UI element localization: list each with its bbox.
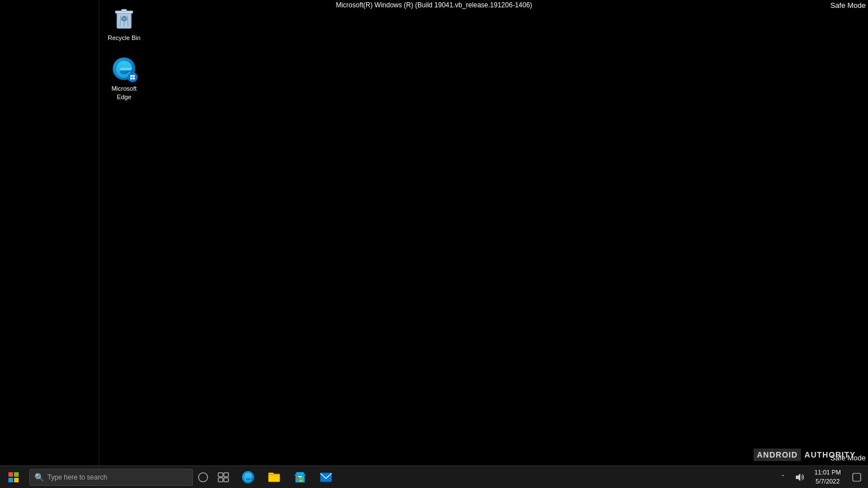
chevron-icon: ⌃ xyxy=(781,474,785,480)
search-input[interactable] xyxy=(47,473,188,481)
android-text: ANDROID xyxy=(754,449,801,461)
recycle-bin-icon[interactable]: ♻ Recycle Bin xyxy=(104,2,144,44)
svg-rect-19 xyxy=(218,478,223,482)
task-view-button[interactable] xyxy=(213,466,233,489)
svg-rect-27 xyxy=(299,477,302,480)
svg-text:♻: ♻ xyxy=(121,15,127,23)
windows-logo-icon xyxy=(8,472,19,482)
microsoft-edge-icon[interactable]: MicrosoftEdge xyxy=(104,53,144,103)
edge-image xyxy=(111,55,138,82)
svg-rect-18 xyxy=(224,473,228,477)
svg-rect-12 xyxy=(8,472,13,477)
recycle-bin-label: Recycle Bin xyxy=(108,34,140,42)
svg-rect-2 xyxy=(121,9,126,11)
show-hidden-icons-button[interactable]: ⌃ xyxy=(776,466,790,489)
svg-rect-24 xyxy=(268,474,280,475)
svg-rect-17 xyxy=(218,473,223,477)
taskbar-edge-icon xyxy=(241,471,255,484)
taskbar-file-explorer-icon xyxy=(267,471,281,484)
start-button[interactable] xyxy=(0,466,27,489)
taskbar-edge-button[interactable] xyxy=(236,466,261,489)
taskbar-store-icon xyxy=(293,471,307,484)
svg-rect-28 xyxy=(296,480,299,482)
taskbar-file-explorer-button[interactable] xyxy=(262,466,287,489)
edge-label: MicrosoftEdge xyxy=(112,85,137,101)
svg-rect-10 xyxy=(130,78,133,80)
svg-rect-32 xyxy=(853,473,861,481)
taskbar-pinned-apps xyxy=(236,466,338,489)
action-center-icon xyxy=(852,473,861,482)
cortana-icon xyxy=(197,472,209,483)
svg-rect-9 xyxy=(133,75,135,77)
svg-rect-11 xyxy=(133,78,135,80)
svg-rect-8 xyxy=(130,75,133,77)
taskbar-store-button[interactable] xyxy=(288,466,312,489)
svg-rect-25 xyxy=(294,474,306,476)
safe-mode-top-right: Safe Mode xyxy=(830,1,866,10)
search-bar[interactable]: 🔍 xyxy=(29,469,193,486)
volume-button[interactable] xyxy=(792,466,808,489)
svg-rect-29 xyxy=(299,480,302,482)
recycle-bin-image: ♻ xyxy=(111,5,138,32)
authority-text: AUTHORITY xyxy=(801,449,859,461)
android-authority-watermark: ANDROID AUTHORITY xyxy=(754,449,859,461)
svg-point-16 xyxy=(199,473,208,482)
svg-rect-15 xyxy=(14,478,19,482)
svg-rect-20 xyxy=(224,478,228,482)
cortana-button[interactable] xyxy=(193,466,213,489)
taskbar: 🔍 xyxy=(0,465,868,488)
svg-rect-14 xyxy=(8,478,13,482)
svg-rect-30 xyxy=(320,473,332,482)
clock-date: 5/7/2022 xyxy=(816,477,840,486)
taskbar-mail-icon xyxy=(319,471,333,484)
desktop-icons: ♻ Recycle Bin xyxy=(104,2,144,103)
volume-icon xyxy=(795,473,804,482)
svg-rect-26 xyxy=(296,477,299,480)
system-tray: ⌃ 11:01 PM 5/7/2022 xyxy=(776,466,868,489)
action-center-button[interactable] xyxy=(848,466,866,489)
safe-mode-left-bar xyxy=(0,0,99,465)
clock-time: 11:01 PM xyxy=(814,468,841,477)
taskbar-mail-button[interactable] xyxy=(314,466,338,489)
search-icon: 🔍 xyxy=(34,473,44,482)
svg-rect-13 xyxy=(14,472,19,477)
windows-build-watermark: Microsoft(R) Windows (R) (Build 19041.vb… xyxy=(336,1,532,9)
clock[interactable]: 11:01 PM 5/7/2022 xyxy=(810,466,845,489)
svg-marker-31 xyxy=(796,473,800,481)
task-view-icon xyxy=(218,472,229,482)
